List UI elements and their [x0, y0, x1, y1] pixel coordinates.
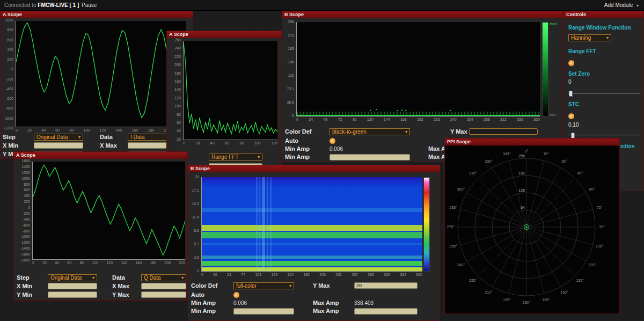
max-amp-value: 338.403 — [354, 300, 374, 307]
panel-titlebar[interactable]: A Scope — [1, 11, 193, 18]
tick-label: 312 — [500, 118, 507, 121]
ppi-bearing-spoke — [526, 209, 593, 227]
tick-label: 14.3 — [192, 202, 199, 206]
colorbar-max-label: max — [550, 22, 557, 26]
ppi-bearing-spoke — [526, 178, 575, 227]
step-select[interactable]: Original Data ▾ — [34, 134, 83, 141]
add-module-dropdown[interactable]: Add Module ▾ — [604, 2, 639, 8]
auto-checkbox[interactable]: ✓ — [233, 292, 239, 298]
tick-label: -600 — [6, 97, 13, 100]
tick-label: -1200 — [20, 240, 30, 244]
connection-status-prefix: Connected to — [4, 2, 36, 8]
tick-label: 100 — [84, 128, 90, 132]
ymax-input[interactable] — [469, 128, 538, 135]
tick-label: 60 — [67, 261, 71, 265]
x-axis-labels: 020406080100120140160180200220 — [16, 128, 186, 132]
min-amp-input[interactable] — [233, 308, 294, 315]
xmax-label: X Max — [100, 142, 117, 149]
tick-label: 80 — [240, 141, 244, 145]
ppi-angle-label: 150° — [560, 290, 568, 294]
tick-label: 160 — [131, 128, 138, 132]
tick-label: 192 — [417, 118, 423, 121]
xmin-input[interactable] — [48, 283, 97, 289]
tick-label: 96 — [353, 118, 357, 121]
tick-label: 154 — [287, 273, 294, 276]
xmax-input[interactable] — [141, 283, 186, 289]
range-window-function-select[interactable]: Hanning ▾ — [568, 34, 611, 41]
a-scope-panel-3: A Scope 16001400120010008006004002000-20… — [13, 151, 188, 301]
range-fft-checkbox[interactable]: ✓ — [568, 60, 574, 66]
connection-status: Connected to FMCW-LIVE [ 1 ] — [4, 2, 79, 8]
tick-label: 200 — [174, 63, 181, 67]
ppi-angle-label: 45° — [577, 171, 583, 175]
ppi-angle-label: 90° — [599, 225, 605, 229]
data-select[interactable]: Q Data ▾ — [141, 274, 186, 281]
ymin-input[interactable] — [48, 291, 97, 298]
panel-title: A Scope — [16, 152, 35, 158]
tick-label: 220 — [179, 261, 185, 265]
min-amp-input[interactable] — [330, 154, 410, 160]
panel-titlebar[interactable]: A Scope — [167, 31, 281, 38]
tick-label: 400 — [7, 48, 13, 52]
panel-title: A Scope — [3, 12, 22, 17]
slider-handle[interactable] — [569, 91, 573, 97]
y-axis-labels: 16001400120010008006004002000-200-400-60… — [15, 159, 31, 262]
tick-label: 183 — [288, 47, 294, 50]
step-select-value: Original Data — [50, 275, 82, 281]
heatmap-speck — [401, 110, 402, 111]
chevron-down-icon: ▾ — [92, 275, 94, 281]
a-scope-chart — [16, 21, 186, 127]
ymax-input[interactable] — [354, 282, 418, 289]
panel-titlebar[interactable]: B Scope — [282, 11, 563, 18]
ymin-label: Y Min — [17, 291, 32, 298]
tick-label: 283 — [368, 273, 374, 276]
panel-title: B Scope — [284, 12, 304, 17]
max-amp-input[interactable] — [354, 308, 418, 315]
panel-titlebar[interactable]: PPI Scope — [445, 138, 619, 145]
ppi-bearing-spoke — [492, 227, 526, 287]
ppi-angle-label: 285° — [450, 206, 458, 209]
panel-titlebar[interactable]: B Scope — [188, 165, 440, 172]
color-def-select[interactable]: black-to-green ▾ — [330, 128, 410, 135]
step-label: Step — [17, 274, 30, 281]
color-def-select[interactable]: full-color ▾ — [233, 282, 294, 289]
a-scope-chart — [32, 162, 185, 260]
a-scope-chart — [183, 41, 277, 140]
panel-titlebar[interactable]: A Scope — [14, 152, 187, 159]
step-select[interactable]: Range FFT ▾ — [209, 154, 262, 160]
panel-titlebar[interactable]: Controls — [564, 11, 643, 18]
tick-label: 200 — [7, 57, 13, 61]
trace-line — [33, 165, 185, 255]
ppi-bearing-spoke — [526, 227, 561, 287]
ppi-angle-label: 345° — [503, 152, 511, 156]
check-icon: ✓ — [331, 138, 334, 143]
tick-label: 60 — [225, 141, 229, 145]
ymax-input[interactable] — [141, 291, 186, 298]
xmin-label: X Min — [3, 142, 18, 149]
stc-slider[interactable] — [568, 132, 640, 138]
tick-label: 0 — [197, 269, 199, 273]
tick-label: 140 — [121, 261, 127, 265]
ppi-bearing-spoke — [478, 227, 526, 276]
data-label: Data — [112, 274, 125, 281]
tick-label: 360 — [416, 273, 422, 276]
set-zero-slider[interactable] — [568, 90, 640, 96]
ppi-bearing-spoke — [460, 209, 526, 227]
tick-label: 20 — [42, 261, 47, 265]
spectrogram-band — [202, 261, 422, 266]
stc-checkbox[interactable]: ✓ — [568, 113, 574, 119]
tick-label: 77 — [241, 273, 245, 276]
ppi-range-label: 128 — [518, 188, 525, 192]
tick-label: 73.1 — [287, 87, 294, 91]
tick-label: 60 — [177, 121, 181, 125]
tick-label: 120 — [174, 96, 181, 100]
tick-label: 800 — [7, 28, 13, 32]
tick-label: 600 — [24, 188, 30, 192]
ppi-bearing-spoke — [526, 193, 586, 227]
ppi-angle-label: 120° — [588, 263, 596, 267]
xmin-input[interactable] — [34, 142, 83, 149]
pause-button[interactable]: Pause — [82, 2, 97, 8]
step-select[interactable]: Original Data ▾ — [48, 274, 97, 281]
tick-label: 40 — [210, 141, 215, 145]
auto-checkbox[interactable]: ✓ — [330, 138, 335, 144]
